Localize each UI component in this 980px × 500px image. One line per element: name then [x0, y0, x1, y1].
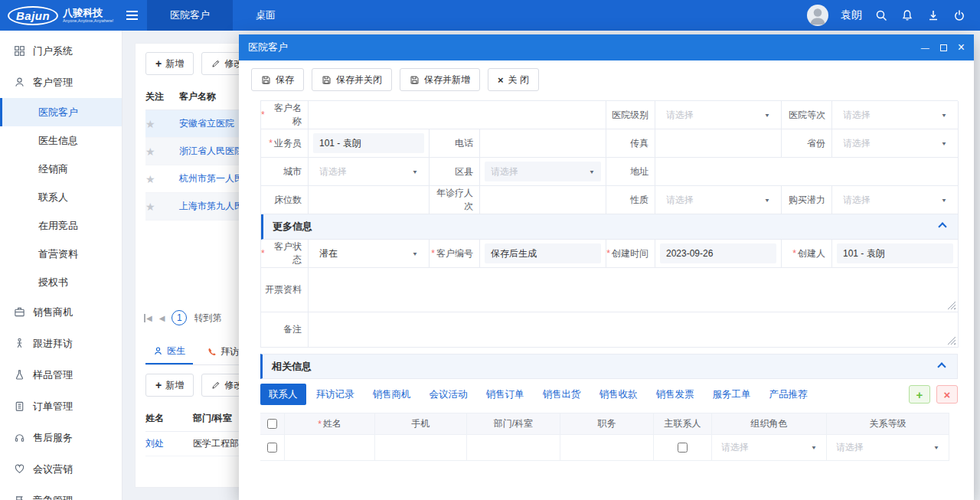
prev-page-icon[interactable]: ◀ — [159, 314, 165, 322]
sidebar-sub-dealer[interactable]: 经销商 — [0, 155, 122, 183]
relation-level-select[interactable]: 请选择▼ — [830, 438, 946, 458]
sidebar-item-follow-visit[interactable]: 跟进拜访 — [0, 328, 122, 359]
close-button[interactable]: × 关 闭 — [488, 68, 539, 91]
customer-name-input[interactable] — [309, 101, 606, 129]
sidebar-item-portal[interactable]: 门户系统 — [0, 35, 122, 67]
district-label: 区县 — [430, 158, 480, 186]
sidebar-item-conference-marketing[interactable]: 会议营销 — [0, 453, 122, 485]
nature-select[interactable]: 请选择▼ — [660, 190, 776, 210]
contact-mobile-input[interactable] — [375, 435, 466, 460]
salesman-value[interactable]: 101 - 袁朗 — [313, 133, 424, 153]
notifications-bell-icon[interactable] — [900, 8, 914, 22]
sidebar-sub-hospital-customer[interactable]: 医院客户 — [0, 98, 122, 126]
star-icon[interactable]: ★ — [145, 201, 179, 213]
chevron-down-icon: ▼ — [941, 112, 947, 118]
page-number[interactable]: 1 — [172, 310, 187, 325]
save-and-close-button[interactable]: 保存并关闭 — [312, 68, 392, 91]
sidebar-item-customers[interactable]: 客户管理 — [0, 67, 122, 98]
sidebar-sub-first-camp-info[interactable]: 首营资料 — [0, 240, 122, 268]
goto-page-label: 转到第 — [194, 312, 221, 325]
related-tab-visit-records[interactable]: 拜访记录 — [308, 384, 363, 405]
add-contact-button[interactable]: + — [909, 385, 930, 404]
related-tab-contacts[interactable]: 联系人 — [260, 384, 306, 405]
modal-title: 医院客户 — [248, 41, 288, 54]
related-tab-product-recommend[interactable]: 产品推荐 — [761, 384, 816, 405]
related-tab-sales-collection[interactable]: 销售收款 — [591, 384, 646, 405]
avatar[interactable] — [807, 5, 828, 26]
primary-contact-checkbox[interactable] — [678, 443, 688, 453]
close-icon[interactable]: × — [958, 41, 965, 54]
first-page-icon[interactable]: ◀ — [144, 314, 152, 322]
row-checkbox[interactable] — [267, 443, 277, 453]
status-select[interactable]: 潜在▼ — [313, 243, 424, 263]
star-icon[interactable]: ★ — [145, 145, 179, 158]
minimize-icon[interactable]: — — [921, 44, 929, 52]
col-name-header: 客户名称 — [179, 90, 216, 103]
related-tab-sales-order[interactable]: 销售订单 — [478, 384, 533, 405]
download-icon[interactable] — [926, 8, 940, 22]
sidebar-item-competition[interactable]: 竞争管理 — [0, 485, 122, 500]
select-all-checkbox[interactable] — [267, 419, 277, 429]
maximize-icon[interactable] — [940, 44, 947, 51]
contact-col-title: 职务 — [560, 413, 654, 435]
code-value: 保存后生成 — [485, 243, 601, 263]
search-icon[interactable] — [874, 8, 888, 22]
contact-name-input[interactable] — [285, 435, 374, 460]
invoice-textarea[interactable] — [309, 271, 958, 309]
sidebar-sub-authorization[interactable]: 授权书 — [0, 268, 122, 296]
top-tab-desktop[interactable]: 桌面 — [233, 0, 299, 31]
list-add-button[interactable]: + 新增 — [145, 52, 194, 75]
contact-col-relation-level: 关系等级 — [827, 413, 949, 435]
contact-table: *姓名 手机 部门/科室 职务 主联系人 组织角色 关系等级 请选择▼ 请选择▼ — [260, 413, 949, 461]
collapse-chevron-icon[interactable] — [937, 362, 946, 371]
sidebar-sub-competing-products[interactable]: 在用竞品 — [0, 211, 122, 240]
contact-dept-input[interactable] — [467, 435, 560, 460]
fax-input[interactable] — [655, 129, 781, 157]
doctor-add-button[interactable]: + 新增 — [145, 374, 194, 397]
hospital-level-select[interactable]: 请选择▼ — [660, 105, 776, 125]
related-tab-sales-opportunity[interactable]: 销售商机 — [364, 384, 420, 405]
beds-input[interactable] — [309, 186, 429, 214]
province-select[interactable]: 请选择▼ — [837, 133, 953, 153]
brand-logo: Bajun 八骏科技 Anyone,Anytime,Anywhere! — [0, 6, 116, 25]
creator-value: 101 - 袁朗 — [837, 243, 953, 263]
related-tab-sales-shipment[interactable]: 销售出货 — [534, 384, 590, 405]
tab-doctor[interactable]: 医生 — [145, 338, 193, 364]
address-input[interactable] — [655, 158, 958, 185]
star-icon[interactable]: ★ — [145, 118, 179, 130]
related-tab-service-ticket[interactable]: 服务工单 — [704, 384, 760, 405]
district-select[interactable]: 请选择▼ — [485, 162, 601, 181]
delete-contact-button[interactable]: × — [936, 385, 958, 404]
logo-company-name: 八骏科技 — [63, 8, 119, 18]
sidebar-item-after-sales[interactable]: 售后服务 — [0, 422, 122, 453]
star-icon[interactable]: ★ — [145, 173, 179, 185]
collapse-chevron-icon[interactable] — [938, 222, 946, 230]
sidebar-sub-doctor-info[interactable]: 医生信息 — [0, 126, 122, 155]
annual-visits-input[interactable] — [480, 186, 606, 214]
username[interactable]: 袁朗 — [841, 8, 862, 22]
sidebar-item-samples[interactable]: 样品管理 — [0, 359, 122, 391]
related-tab-conference-activity[interactable]: 会议活动 — [421, 384, 476, 405]
chevron-down-icon: ▼ — [412, 168, 418, 175]
chevron-down-icon: ▼ — [941, 140, 947, 146]
top-tab-hospital-customer[interactable]: 医院客户 — [147, 0, 233, 31]
hospital-grade-select[interactable]: 请选择▼ — [837, 105, 953, 125]
save-and-new-button[interactable]: 保存并新增 — [400, 68, 480, 91]
sidebar-item-sales-opportunity[interactable]: 销售商机 — [0, 296, 122, 328]
phone-input[interactable] — [480, 129, 606, 157]
related-tab-sales-invoice[interactable]: 销售发票 — [648, 384, 703, 405]
org-role-select[interactable]: 请选择▼ — [715, 438, 823, 458]
remark-textarea[interactable] — [309, 315, 958, 345]
power-logout-icon[interactable] — [952, 8, 966, 22]
city-select[interactable]: 请选择▼ — [313, 162, 424, 181]
col-star-header: 关注 — [145, 90, 179, 103]
menu-toggle-icon[interactable] — [116, 0, 147, 31]
plus-icon: + — [155, 380, 162, 391]
contact-title-input[interactable] — [560, 435, 653, 460]
sidebar-sub-contacts[interactable]: 联系人 — [0, 183, 122, 211]
save-button[interactable]: 保存 — [251, 68, 304, 91]
col-doctor-dept: 部门/科室 — [193, 412, 232, 425]
clipboard-icon — [14, 400, 25, 412]
potential-select[interactable]: 请选择▼ — [837, 190, 953, 210]
sidebar-item-orders[interactable]: 订单管理 — [0, 391, 122, 422]
